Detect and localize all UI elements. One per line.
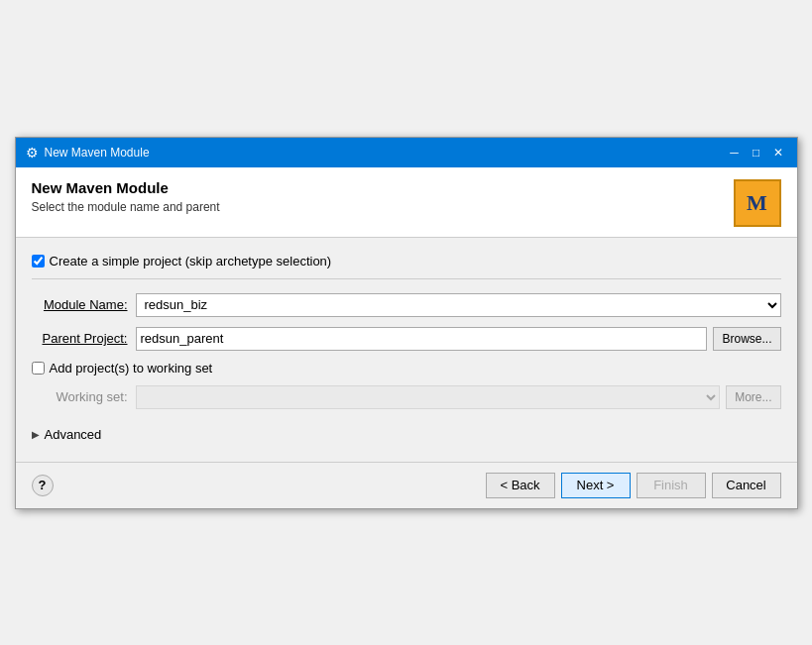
browse-button[interactable]: Browse... [713,327,780,351]
more-button[interactable]: More... [726,385,780,409]
simple-project-text: Create a simple project (skip archetype … [50,254,332,269]
working-set-checkbox-text: Add project(s) to working set [50,361,213,376]
advanced-row[interactable]: ▶ Advanced [32,423,781,446]
cancel-button[interactable]: Cancel [712,473,781,498]
simple-project-label[interactable]: Create a simple project (skip archetype … [32,254,332,269]
working-set-checkbox[interactable] [32,362,45,375]
help-button[interactable]: ? [32,475,54,496]
dialog-body: Create a simple project (skip archetype … [16,238,797,462]
title-bar-controls: ─ □ ✕ [726,144,787,161]
dialog-title: New Maven Module [32,179,220,196]
finish-button[interactable]: Finish [637,473,706,498]
module-name-input[interactable]: redsun_biz [136,293,781,317]
dialog-window: ⚙ New Maven Module ─ □ ✕ New Maven Modul… [15,137,798,509]
dialog-header: New Maven Module Select the module name … [16,167,797,238]
simple-project-row: Create a simple project (skip archetype … [32,254,781,279]
dialog-subtitle: Select the module name and parent [32,200,220,214]
gear-icon: ⚙ [26,145,39,161]
window-title: New Maven Module [45,146,150,160]
title-bar-left: ⚙ New Maven Module [26,145,150,161]
advanced-label: Advanced [45,427,102,442]
working-set-label: Working set: [32,389,136,404]
working-set-field-row: Working set: More... [32,385,781,409]
maximize-button[interactable]: □ [748,144,765,161]
working-set-checkbox-row: Add project(s) to working set [32,361,781,376]
footer-right: < Back Next > Finish Cancel [486,473,781,498]
dialog-header-text: New Maven Module Select the module name … [32,179,220,214]
working-set-select[interactable] [136,385,721,409]
minimize-button[interactable]: ─ [726,144,744,161]
module-name-label: Module Name: [32,297,136,312]
back-button[interactable]: < Back [486,473,555,498]
parent-project-input[interactable] [136,327,708,351]
parent-project-row: Parent Project: Browse... [32,327,781,351]
module-name-row: Module Name: redsun_biz [32,293,781,317]
dialog-footer: ? < Back Next > Finish Cancel [16,462,797,508]
maven-icon: M [734,179,781,227]
next-button[interactable]: Next > [561,473,631,498]
simple-project-checkbox[interactable] [32,255,45,268]
working-set-checkbox-label[interactable]: Add project(s) to working set [32,361,213,376]
close-button[interactable]: ✕ [769,144,787,161]
parent-project-label: Parent Project: [32,331,136,346]
advanced-triangle-icon: ▶ [32,429,40,440]
footer-left: ? [32,475,54,496]
title-bar: ⚙ New Maven Module ─ □ ✕ [16,138,797,167]
